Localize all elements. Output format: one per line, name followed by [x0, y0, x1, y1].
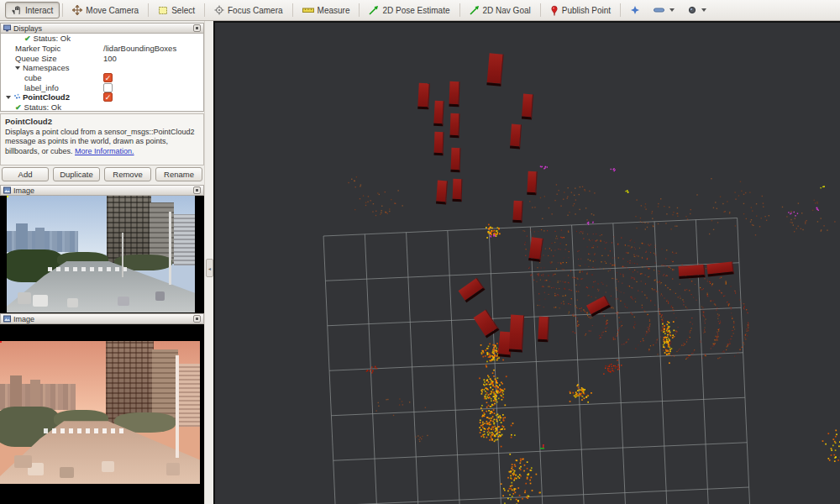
tree-row-label-info[interactable]: label_info [1, 82, 203, 92]
image1-panel-title: Image [13, 186, 34, 195]
tree-row-queue-size[interactable]: Queue Size100 [1, 53, 203, 63]
pointcloud2-icon [13, 93, 21, 101]
displays-panel-title: Displays [13, 24, 42, 33]
lidar-bounding-box [527, 171, 537, 196]
tree-row-marker-topic[interactable]: Marker Topic/lidarBoundingBoxes [1, 44, 203, 54]
image2-panel-title: Image [13, 315, 34, 323]
pin-icon [550, 5, 559, 16]
tool-focus-camera[interactable]: Focus Camera [207, 2, 290, 18]
toolbar-separator [540, 3, 541, 17]
plus-icon [630, 5, 640, 15]
status-ok-icon: ✔ [15, 103, 22, 112]
close-icon[interactable] [193, 315, 201, 323]
axis-x-marker [543, 444, 544, 448]
tool-select[interactable]: Select [151, 2, 202, 18]
rviz-window: InteractMove CameraSelectFocus CameraMea… [0, 0, 840, 504]
lidar-bounding-box [510, 124, 522, 150]
expander-icon[interactable] [15, 66, 20, 70]
lidar-bounding-box [679, 265, 706, 279]
description-title: PointCloud2 [5, 117, 52, 126]
nav-arrow-icon [470, 5, 480, 15]
tool-interact[interactable]: Interact [5, 2, 60, 18]
tool-dot-icon[interactable] [681, 2, 713, 18]
tree-row-namespaces[interactable]: Namespaces [1, 63, 203, 73]
expander-icon[interactable] [6, 96, 11, 99]
tool-measure[interactable]: Measure [296, 2, 357, 18]
panel-splitter[interactable]: ◂ [204, 21, 213, 504]
lidar-bounding-box [509, 315, 524, 353]
collapse-handle-icon[interactable]: ◂ [206, 259, 213, 277]
tool-plus-icon[interactable] [623, 2, 647, 18]
image2-panel-titlebar: Image [0, 313, 204, 324]
move-icon [72, 5, 82, 15]
close-icon[interactable] [193, 24, 201, 32]
lidar-bounding-box [417, 83, 430, 110]
lidar-bounding-box [706, 261, 733, 276]
image1-panel-titlebar: Image [0, 185, 204, 196]
display-description: PointCloud2 Displays a point cloud from … [0, 113, 204, 165]
camera-image-2 [0, 324, 204, 504]
camera-photo-tinted [0, 341, 200, 484]
lidar-bounding-box [434, 132, 444, 155]
lidar-bounding-box [453, 179, 463, 202]
displays-tree[interactable]: ✔Status: OkMarker Topic/lidarBoundingBox… [0, 34, 204, 112]
lidar-bounding-box [449, 113, 459, 138]
render-viewport-3d[interactable] [213, 21, 840, 504]
toolbar: InteractMove CameraSelectFocus CameraMea… [0, 0, 840, 21]
dot-icon [688, 6, 696, 14]
rename-button[interactable]: Rename [155, 167, 202, 181]
tool-move-camera[interactable]: Move Camera [66, 2, 145, 18]
close-icon[interactable] [193, 186, 201, 194]
axis-y-marker [540, 448, 544, 449]
tree-row-cube[interactable]: cube [1, 73, 203, 83]
checkbox-cube[interactable] [103, 73, 113, 82]
status-ok-icon: ✔ [24, 34, 31, 43]
toolbar-separator [62, 3, 63, 17]
duplicate-button[interactable]: Duplicate [53, 167, 100, 181]
tool-2d-nav-goal[interactable]: 2D Nav Goal [463, 2, 538, 18]
lidar-bounding-box [512, 201, 522, 223]
tool-publish-point[interactable]: Publish Point [543, 2, 617, 18]
hand-icon [12, 5, 22, 15]
checkbox-PointCloud2[interactable] [103, 92, 113, 102]
lidar-bounding-box [433, 101, 444, 127]
select-icon [158, 5, 168, 15]
lidar-bounding-box [522, 94, 533, 120]
toolbar-separator [620, 3, 621, 17]
toolbar-separator [148, 3, 149, 17]
focus-icon [214, 5, 224, 15]
lidar-points [348, 165, 840, 504]
tree-row-status-ok[interactable]: ✔Status: Ok [1, 34, 203, 44]
more-information-link[interactable]: More Information. [75, 147, 134, 155]
lidar-bounding-box [449, 81, 459, 107]
remove-button[interactable]: Remove [104, 167, 151, 181]
lidar-bounding-box [450, 148, 460, 172]
tree-row-pointcloud2[interactable]: PointCloud2 [1, 92, 203, 102]
monitor-icon [3, 24, 11, 32]
chevron-down-icon [701, 8, 706, 12]
detection-box [0, 341, 2, 343]
toolbar-separator [204, 3, 205, 17]
camera-image-1: carcarcarcarcarcarcarcarcarcarcarcarcarc… [0, 196, 204, 313]
toolbar-separator [359, 3, 360, 17]
lidar-bounding-box [436, 181, 448, 205]
measure-icon [302, 6, 314, 14]
tree-row-status-ok[interactable]: ✔Status: Ok [1, 102, 203, 112]
toolbar-separator [459, 3, 460, 17]
dash-icon [654, 7, 664, 13]
lidar-bounding-box [486, 53, 503, 86]
chevron-down-icon [669, 8, 675, 12]
image-icon [3, 186, 11, 194]
checkbox-label_info[interactable] [103, 83, 113, 92]
image-icon [3, 315, 11, 323]
displays-panel-titlebar: Displays [0, 23, 204, 34]
toolbar-separator [292, 3, 293, 17]
add-button[interactable]: Add [2, 167, 49, 181]
pose-arrow-icon [369, 5, 379, 15]
detection-box [7, 196, 8, 197]
tool-2d-pose-estimate[interactable]: 2D Pose Estimate [362, 2, 456, 18]
tool-dash-icon[interactable] [647, 2, 681, 18]
displays-action-buttons: AddDuplicateRemoveRename [0, 167, 204, 182]
lidar-bounding-box [538, 317, 549, 343]
camera-photo-day: carcarcarcarcarcarcarcarcarcarcarcarcarc… [7, 196, 195, 312]
